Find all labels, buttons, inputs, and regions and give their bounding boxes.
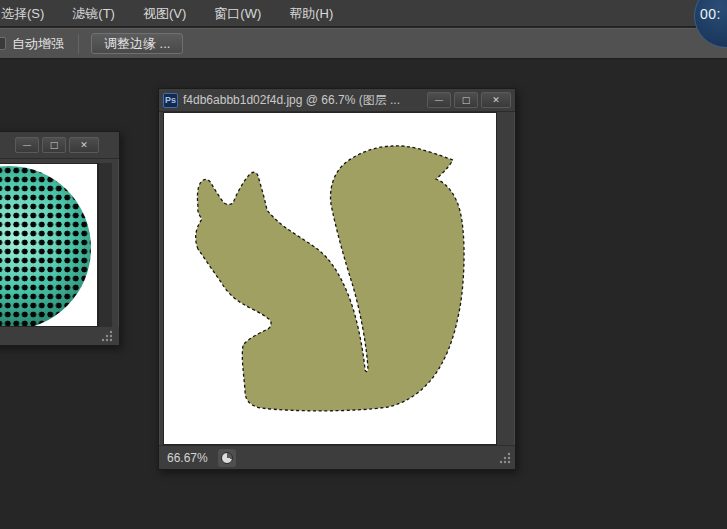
photoshop-file-icon: Ps bbox=[163, 93, 178, 108]
document-window: Ps f4db6abbb1d02f4d.jpg @ 66.7% (图层 ... … bbox=[158, 88, 516, 470]
squirrel-silhouette bbox=[196, 146, 464, 411]
halftone-dotted-circle-image bbox=[0, 166, 91, 327]
squirrel-selection-image bbox=[164, 113, 497, 445]
tool-options-bar: 自动增强 调整边缘 ... bbox=[0, 28, 727, 59]
timer-text: 00: bbox=[700, 6, 721, 22]
minimize-icon[interactable]: — bbox=[15, 137, 39, 153]
document-canvas[interactable] bbox=[163, 112, 497, 445]
maximize-icon[interactable]: □ bbox=[454, 92, 478, 108]
secondary-window-controls: — □ ✕ bbox=[12, 137, 99, 153]
menu-filter[interactable]: 滤镜(T) bbox=[63, 0, 124, 27]
secondary-scrollbar[interactable] bbox=[98, 163, 112, 327]
document-title: f4db6abbb1d02f4d.jpg @ 66.7% (图层 ... bbox=[183, 92, 400, 109]
auto-enhance-checkbox[interactable] bbox=[0, 37, 6, 50]
menu-bar: 选择(S) 滤镜(T) 视图(V) 窗口(W) 帮助(H) bbox=[0, 0, 727, 27]
menu-select[interactable]: 选择(S) bbox=[0, 0, 53, 27]
menu-view[interactable]: 视图(V) bbox=[134, 0, 195, 27]
maximize-icon[interactable]: □ bbox=[42, 137, 66, 153]
auto-enhance-label: 自动增强 bbox=[12, 35, 64, 53]
close-icon[interactable]: ✕ bbox=[69, 137, 99, 153]
resize-grip-icon[interactable] bbox=[497, 451, 512, 466]
refine-edge-button[interactable]: 调整边缘 ... bbox=[91, 33, 183, 54]
menu-window[interactable]: 窗口(W) bbox=[205, 0, 270, 27]
secondary-canvas[interactable] bbox=[0, 163, 98, 327]
resize-grip-icon[interactable] bbox=[99, 329, 114, 344]
options-separator bbox=[78, 34, 79, 54]
secondary-window-titlebar[interactable]: — □ ✕ bbox=[0, 132, 119, 159]
secondary-window-statusbar bbox=[0, 327, 119, 345]
close-icon[interactable]: ✕ bbox=[481, 92, 511, 108]
document-statusbar: 66.67% bbox=[159, 445, 515, 469]
menu-help[interactable]: 帮助(H) bbox=[280, 0, 342, 27]
document-window-titlebar[interactable]: Ps f4db6abbb1d02f4d.jpg @ 66.7% (图层 ... … bbox=[159, 89, 515, 112]
zoom-level-readout[interactable]: 66.67% bbox=[167, 451, 208, 465]
document-info-pie-icon bbox=[221, 452, 233, 464]
status-info-button[interactable] bbox=[218, 449, 236, 467]
secondary-document-window: — □ ✕ bbox=[0, 131, 120, 346]
minimize-icon[interactable]: — bbox=[427, 92, 451, 108]
document-window-controls: — □ ✕ bbox=[424, 92, 511, 108]
